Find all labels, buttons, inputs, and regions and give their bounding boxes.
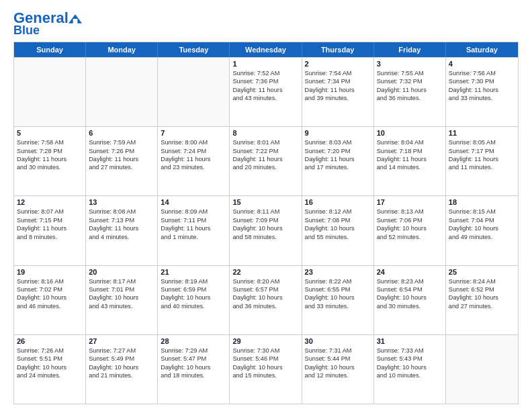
day-number: 7 (161, 129, 226, 137)
cell-info-line: Daylight: 11 hours (89, 224, 154, 232)
day-number: 30 (305, 337, 371, 345)
calendar-cell-3-3: 14Sunrise: 8:09 AMSunset: 7:11 PMDayligh… (158, 196, 230, 265)
cell-info-line: and 24 minutes. (17, 371, 83, 379)
day-number: 16 (305, 198, 371, 206)
day-number: 29 (232, 337, 298, 345)
cell-info-line: Daylight: 11 hours (17, 155, 83, 163)
cell-info-line: Sunrise: 8:22 AM (305, 277, 371, 285)
cell-info-line: Sunset: 7:08 PM (305, 216, 371, 224)
calendar-cell-4-2: 20Sunrise: 8:17 AMSunset: 7:01 PMDayligh… (86, 266, 158, 334)
page: General Blue SundayMondayTuesdayWednesda… (0, 0, 532, 411)
cell-info-line: Sunset: 7:26 PM (89, 147, 154, 155)
cell-info-line: Sunrise: 8:17 AM (89, 277, 154, 285)
cell-info-line: and 4 minutes. (89, 233, 154, 241)
calendar-cell-1-4: 1Sunrise: 7:52 AMSunset: 7:36 PMDaylight… (230, 58, 302, 126)
weekday-header-thursday: Thursday (302, 42, 374, 57)
calendar-cell-1-2 (86, 58, 158, 126)
cell-info-line: and 1 minute. (161, 233, 226, 241)
cell-info-line: Daylight: 11 hours (449, 155, 515, 163)
cell-info-line: Sunset: 6:54 PM (377, 285, 443, 293)
calendar-cell-1-5: 2Sunrise: 7:54 AMSunset: 7:34 PMDaylight… (302, 58, 374, 126)
cell-info-line: Sunrise: 8:23 AM (377, 277, 443, 285)
cell-info-line: Sunset: 7:09 PM (232, 216, 298, 224)
cell-info-line: Sunrise: 7:27 AM (89, 347, 154, 355)
weekday-header-friday: Friday (374, 42, 446, 57)
cell-info-line: and 55 minutes. (305, 233, 371, 241)
cell-info-line: Sunset: 5:44 PM (305, 355, 371, 363)
calendar-cell-4-3: 21Sunrise: 8:19 AMSunset: 6:59 PMDayligh… (158, 266, 230, 334)
cell-info-line: Daylight: 10 hours (377, 224, 443, 232)
weekday-header-wednesday: Wednesday (230, 42, 302, 57)
calendar-cell-1-3 (158, 58, 230, 126)
cell-info-line: Daylight: 11 hours (305, 155, 371, 163)
weekday-header-tuesday: Tuesday (158, 42, 230, 57)
cell-info-line: and 15 minutes. (232, 371, 298, 379)
cell-info-line: and 30 minutes. (17, 163, 83, 171)
cell-info-line: Sunrise: 7:54 AM (305, 69, 371, 77)
calendar-cell-3-4: 15Sunrise: 8:11 AMSunset: 7:09 PMDayligh… (230, 196, 302, 265)
cell-info-line: and 10 minutes. (377, 371, 443, 379)
day-number: 24 (377, 268, 443, 276)
cell-info-line: Daylight: 10 hours (377, 363, 443, 371)
cell-info-line: Sunrise: 8:00 AM (161, 138, 226, 146)
logo-icon (69, 14, 82, 24)
cell-info-line: Sunrise: 8:15 AM (449, 208, 515, 216)
cell-info-line: Sunset: 7:06 PM (377, 216, 443, 224)
day-number: 14 (161, 198, 226, 206)
cell-info-line: Sunset: 7:20 PM (305, 147, 371, 155)
cell-info-line: Daylight: 11 hours (161, 155, 226, 163)
cell-info-line: Sunrise: 8:01 AM (232, 138, 298, 146)
cell-info-line: Daylight: 10 hours (449, 224, 515, 232)
calendar-cell-5-3: 28Sunrise: 7:29 AMSunset: 5:47 PMDayligh… (158, 335, 230, 404)
cell-info-line: Daylight: 10 hours (232, 293, 298, 302)
calendar-cell-2-7: 11Sunrise: 8:05 AMSunset: 7:17 PMDayligh… (446, 127, 518, 195)
cell-info-line: Sunset: 5:51 PM (17, 355, 83, 363)
cell-info-line: Sunset: 7:04 PM (449, 216, 515, 224)
svg-marker-0 (69, 14, 82, 23)
cell-info-line: Daylight: 11 hours (232, 86, 298, 94)
cell-info-line: Sunrise: 8:24 AM (449, 277, 515, 285)
cell-info-line: Sunrise: 7:30 AM (232, 347, 298, 355)
cell-info-line: and 39 minutes. (305, 94, 371, 102)
cell-info-line: Sunset: 7:36 PM (232, 77, 298, 85)
cell-info-line: Sunset: 7:30 PM (449, 77, 515, 85)
calendar-cell-4-5: 23Sunrise: 8:22 AMSunset: 6:55 PMDayligh… (302, 266, 374, 334)
cell-info-line: Sunset: 7:18 PM (377, 147, 443, 155)
cell-info-line: Sunrise: 7:52 AM (232, 69, 298, 77)
cell-info-line: Daylight: 11 hours (305, 86, 371, 94)
calendar-cell-3-2: 13Sunrise: 8:08 AMSunset: 7:13 PMDayligh… (86, 196, 158, 265)
calendar-cell-3-5: 16Sunrise: 8:12 AMSunset: 7:08 PMDayligh… (302, 196, 374, 265)
cell-info-line: Sunrise: 8:19 AM (161, 277, 226, 285)
cell-info-line: and 30 minutes. (377, 302, 443, 310)
cell-info-line: and 21 minutes. (89, 371, 154, 379)
calendar-row-1: 1Sunrise: 7:52 AMSunset: 7:36 PMDaylight… (14, 57, 518, 126)
cell-info-line: Sunset: 5:49 PM (89, 355, 154, 363)
calendar-cell-1-6: 3Sunrise: 7:55 AMSunset: 7:32 PMDaylight… (374, 58, 446, 126)
day-number: 21 (161, 268, 226, 276)
day-number: 22 (232, 268, 298, 276)
day-number: 11 (449, 129, 515, 137)
cell-info-line: and 11 minutes. (449, 163, 515, 171)
day-number: 27 (89, 337, 154, 345)
cell-info-line: Sunrise: 7:26 AM (17, 347, 83, 355)
cell-info-line: Daylight: 10 hours (89, 363, 154, 371)
cell-info-line: Sunrise: 7:29 AM (161, 347, 226, 355)
day-number: 10 (377, 129, 443, 137)
cell-info-line: and 52 minutes. (377, 233, 443, 241)
cell-info-line: Sunset: 7:22 PM (232, 147, 298, 155)
cell-info-line: Daylight: 10 hours (232, 224, 298, 232)
cell-info-line: and 18 minutes. (161, 371, 226, 379)
day-number: 1 (232, 60, 298, 68)
cell-info-line: Sunrise: 8:03 AM (305, 138, 371, 146)
cell-info-line: Sunset: 6:55 PM (305, 285, 371, 293)
cell-info-line: Daylight: 10 hours (161, 293, 226, 302)
cell-info-line: and 23 minutes. (161, 163, 226, 171)
cell-info-line: Sunrise: 8:12 AM (305, 208, 371, 216)
cell-info-line: and 33 minutes. (305, 302, 371, 310)
cell-info-line: Daylight: 10 hours (305, 293, 371, 302)
calendar-cell-5-1: 26Sunrise: 7:26 AMSunset: 5:51 PMDayligh… (14, 335, 86, 404)
day-number: 31 (377, 337, 443, 345)
cell-info-line: Daylight: 10 hours (305, 224, 371, 232)
day-number: 4 (449, 60, 515, 68)
cell-info-line: Sunrise: 7:33 AM (377, 347, 443, 355)
